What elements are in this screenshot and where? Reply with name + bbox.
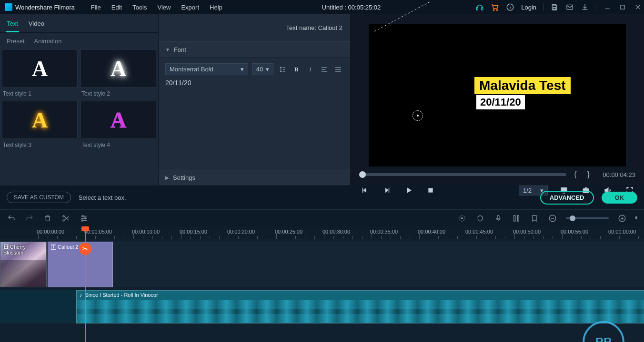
text-style-4[interactable]: A Text style 4	[80, 101, 156, 149]
redo-icon[interactable]	[25, 214, 34, 223]
style-glyph-icon: A	[32, 107, 48, 133]
section-font-header[interactable]: ▼ Font	[159, 42, 350, 58]
svg-point-32	[63, 220, 64, 221]
preview-scrub-bar[interactable]	[359, 173, 566, 176]
font-family-select[interactable]: Montserrat Bold ▾	[165, 63, 248, 75]
audio-clip-since-i-started[interactable]: ♪Since I Started - Roll In Vinocor	[76, 290, 644, 323]
save-icon[interactable]	[550, 3, 559, 11]
chevron-down-icon: ▾	[266, 66, 269, 73]
separator	[596, 3, 596, 11]
add-marker-icon[interactable]	[530, 214, 539, 223]
film-icon: 🎞	[3, 244, 9, 250]
svg-point-2	[493, 10, 494, 10]
marker-icon[interactable]	[475, 214, 485, 223]
align-left-icon[interactable]	[319, 64, 329, 75]
record-voiceover-icon[interactable]	[493, 214, 503, 223]
font-size-value: 40	[256, 66, 263, 73]
text-content-input[interactable]	[165, 79, 343, 131]
menu-export[interactable]: Export	[176, 2, 204, 13]
play-button[interactable]	[403, 185, 414, 196]
render-icon[interactable]	[457, 214, 467, 223]
clip-label: Since I Started - Roll In Vinocor	[85, 292, 158, 298]
cart-icon[interactable]	[491, 3, 499, 11]
ok-button[interactable]: OK	[602, 192, 638, 204]
ruler-label: 00:00:25:00	[275, 229, 302, 235]
preview-stage[interactable]: Malavida Test 20/11/20	[369, 24, 626, 166]
support-icon[interactable]	[475, 3, 484, 11]
align-justify-icon[interactable]	[333, 64, 343, 75]
text-style-3[interactable]: A Text style 3	[2, 101, 78, 149]
scrub-handle[interactable]	[359, 171, 366, 178]
style-glyph-icon: A	[32, 56, 48, 81]
music-note-icon: ♪	[80, 292, 82, 298]
video-clip-cherry-blossom[interactable]: 🎞 Cherry Blossom	[0, 242, 47, 287]
svg-point-31	[63, 215, 64, 217]
svg-point-3	[497, 10, 498, 10]
menu-view[interactable]: View	[152, 2, 175, 13]
font-size-select[interactable]: 40 ▾	[252, 63, 273, 75]
mark-out-button[interactable]: }	[584, 170, 593, 179]
ruler-label: 00:00:20:00	[227, 229, 255, 235]
delete-icon[interactable]	[43, 214, 52, 223]
zoom-out-icon[interactable]	[548, 214, 557, 223]
scissors-icon[interactable]: ✂	[79, 243, 91, 255]
style-label: Text style 1	[2, 88, 78, 98]
menu-edit[interactable]: Edit	[107, 2, 127, 13]
svg-rect-7	[553, 4, 555, 6]
menu-help[interactable]: Help	[205, 2, 227, 13]
zoom-in-icon[interactable]	[617, 214, 627, 223]
zoom-to-fit-icon[interactable]	[635, 213, 637, 224]
ruler-label: 00:00:35:00	[370, 229, 398, 235]
svg-rect-41	[497, 215, 499, 219]
svg-rect-8	[553, 8, 555, 10]
subtab-preset[interactable]: Preset	[7, 38, 25, 45]
zoom-slider[interactable]	[566, 217, 609, 219]
timeline-playhead[interactable]: ✂	[85, 226, 86, 342]
text-style-1[interactable]: A Text style 1	[2, 49, 78, 98]
window-minimize-icon[interactable]	[603, 3, 612, 11]
callout-subtitle: 20/11/20	[476, 95, 525, 109]
download-icon[interactable]	[581, 3, 589, 11]
mail-icon[interactable]	[565, 3, 574, 11]
bold-button[interactable]: B	[291, 64, 301, 75]
step-forward-button[interactable]	[381, 185, 392, 196]
window-close-icon[interactable]	[634, 3, 642, 11]
callout-title-box[interactable]: Malavida Test 20/11/20	[474, 77, 571, 109]
zoom-handle[interactable]	[570, 215, 575, 221]
menu-file[interactable]: File	[86, 2, 106, 13]
split-icon[interactable]	[61, 214, 70, 223]
svg-line-23	[374, 1, 432, 31]
window-maximize-icon[interactable]	[618, 3, 627, 11]
mixer-icon[interactable]	[512, 214, 521, 223]
undo-icon[interactable]	[7, 214, 16, 223]
mark-in-button[interactable]: {	[571, 170, 579, 179]
section-settings-header[interactable]: ▶ Settings	[159, 170, 350, 186]
italic-button[interactable]: I	[305, 64, 315, 75]
timeline-ruler[interactable]: 00:00:00:0000:00:05:0000:00:10:0000:00:1…	[38, 226, 644, 239]
hint-text: Select a text box.	[79, 194, 126, 201]
callout-connector	[374, 0, 441, 36]
svg-point-37	[84, 217, 86, 219]
tab-video[interactable]: Video	[28, 18, 45, 32]
svg-rect-25	[389, 188, 390, 193]
stop-button[interactable]	[425, 185, 436, 196]
text-style-2[interactable]: A Text style 2	[80, 49, 156, 98]
line-spacing-icon[interactable]	[277, 64, 287, 75]
ruler-label: 00:00:00:00	[37, 229, 64, 235]
subtab-animation[interactable]: Animation	[34, 38, 62, 45]
adjust-icon[interactable]	[79, 214, 89, 223]
tab-text[interactable]: Text	[6, 18, 19, 32]
ruler-label: 00:01:00:00	[608, 229, 636, 235]
step-back-button[interactable]	[359, 185, 371, 196]
menu-tools[interactable]: Tools	[128, 2, 151, 13]
chevron-down-icon: ▼	[165, 47, 170, 52]
callout-anchor[interactable]	[413, 110, 423, 121]
info-icon[interactable]	[506, 3, 514, 11]
advanced-button[interactable]: ADVANCED	[540, 191, 594, 205]
style-glyph-icon: A	[111, 56, 126, 81]
save-as-custom-button[interactable]: SAVE AS CUSTOM	[7, 192, 71, 203]
style-glyph-icon: A	[111, 107, 126, 133]
style-label: Text style 3	[2, 139, 78, 149]
login-button[interactable]: Login	[521, 4, 536, 11]
svg-rect-24	[362, 188, 363, 193]
